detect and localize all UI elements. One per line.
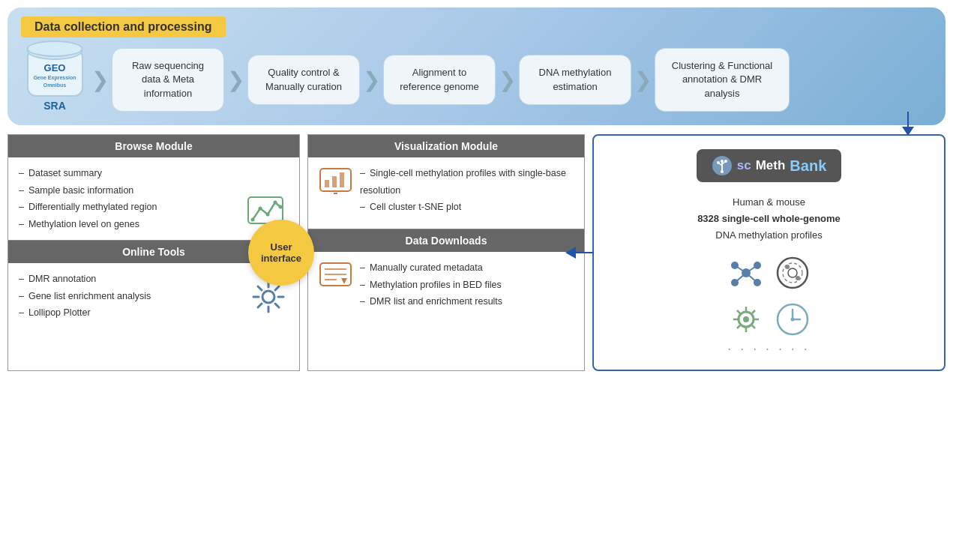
- tree-icon: [712, 155, 733, 176]
- data-downloads-title: Data Downloads: [406, 235, 487, 247]
- molecule-icon: [727, 254, 765, 292]
- svg-point-32: [721, 170, 724, 173]
- svg-line-53: [752, 325, 755, 328]
- qc-label: Quality control & Manually curation: [265, 67, 342, 91]
- svg-rect-17: [332, 176, 337, 187]
- ellipsis: · · · · · · ·: [728, 343, 811, 356]
- svg-line-54: [752, 310, 755, 313]
- svg-point-2: [259, 206, 262, 210]
- vis-item-1: Single-cell methylation profiles with si…: [360, 165, 574, 199]
- download-item-3: DMR list and enrichment results: [360, 293, 502, 310]
- svg-line-11: [258, 286, 262, 290]
- arrow-1: ❯: [91, 70, 109, 91]
- data-downloads-icon: [319, 259, 352, 299]
- qc-box: Quality control & Manually curation: [247, 55, 360, 104]
- geo-sra-node: GEO Gene Expression Omnibus SRA: [21, 48, 88, 112]
- meth-text: Meth: [756, 158, 786, 173]
- svg-point-5: [279, 205, 283, 208]
- tool-item-2: Gene list enrichment analysis: [19, 288, 289, 305]
- vis-item-2: Cell cluster t-SNE plot: [360, 199, 574, 216]
- arrow-5: ❯: [634, 70, 652, 91]
- visualization-module-title: Visualization Module: [394, 140, 498, 152]
- scmethbank-to-ui-arrow: [565, 247, 594, 259]
- arrow-4: ❯: [499, 70, 516, 91]
- bio-icons-grid: [727, 254, 811, 338]
- top-pipeline-section: Data collection and processing GEO Gene …: [7, 7, 946, 125]
- pipeline-down-arrow: [902, 112, 914, 136]
- dna-meth-box: DNA methylation estimation: [519, 55, 631, 104]
- browse-module-title: Browse Module: [115, 140, 192, 152]
- bank-text: Bank: [790, 157, 826, 175]
- svg-point-4: [274, 200, 277, 204]
- complex-gear-icon: [727, 301, 765, 338]
- vis-chart-icon: [319, 165, 352, 205]
- data-downloads-header: Data Downloads: [308, 229, 584, 252]
- svg-marker-24: [341, 278, 347, 284]
- scmethbank-desc: Human & mouse 8328 single-cell whole-gen…: [697, 194, 841, 244]
- svg-point-30: [724, 160, 727, 163]
- svg-line-41: [746, 273, 757, 283]
- download-item-1: Manually curated metadata: [360, 259, 502, 277]
- clock-icon: [774, 301, 811, 338]
- raw-seq-box: Raw sequencing data & Meta information: [112, 48, 224, 112]
- svg-point-60: [790, 318, 794, 322]
- browse-item-1: Dataset summary: [19, 165, 289, 182]
- sra-label: SRA: [43, 100, 66, 112]
- pipeline-row: GEO Gene Expression Omnibus SRA ❯ Raw se…: [21, 48, 932, 112]
- data-downloads-body: Manually curated metadata Methylation pr…: [308, 252, 584, 323]
- visualization-module-body: Single-cell methylation profiles with si…: [308, 157, 584, 229]
- scmethbank-logo: scMethBank: [697, 149, 842, 182]
- visualization-module-header: Visualization Module: [308, 135, 584, 157]
- svg-line-40: [735, 273, 746, 283]
- scmethbank-box: scMethBank Human & mouse 8328 single-cel…: [592, 134, 946, 371]
- clustering-label: Clustering & Functional annotation & DMR…: [672, 60, 772, 98]
- raw-seq-label: Raw sequencing data & Meta information: [132, 60, 204, 98]
- browse-module-header: Browse Module: [8, 135, 299, 157]
- arrow-2: ❯: [227, 70, 244, 91]
- svg-point-6: [262, 291, 274, 303]
- svg-point-31: [721, 160, 724, 163]
- clustering-box: Clustering & Functional annotation & DMR…: [655, 48, 790, 112]
- svg-line-13: [275, 286, 279, 290]
- user-interface-label: Userinterface: [261, 241, 301, 264]
- svg-point-46: [796, 276, 800, 280]
- svg-point-45: [785, 265, 790, 269]
- online-tools-title: Online Tools: [122, 246, 185, 258]
- svg-line-55: [737, 325, 740, 328]
- alignment-label: Alignment to reference genome: [400, 67, 479, 91]
- svg-point-56: [743, 316, 749, 322]
- section-title: Data collection and processing: [21, 16, 226, 37]
- svg-line-14: [258, 304, 262, 307]
- cell-icon: [774, 254, 811, 292]
- svg-point-3: [266, 212, 270, 216]
- svg-line-52: [737, 310, 740, 313]
- tool-item-3: Lollipop Plotter: [19, 304, 289, 322]
- user-interface-circle: Userinterface: [248, 220, 314, 286]
- alignment-box: Alignment to reference genome: [383, 55, 496, 104]
- svg-point-44: [788, 268, 797, 277]
- download-item-2: Methylation profiles in BED files: [360, 277, 502, 294]
- dna-meth-label: DNA methylation estimation: [539, 67, 612, 91]
- sc-text: sc: [737, 158, 751, 173]
- svg-point-29: [717, 161, 720, 164]
- arrow-3: ❯: [363, 70, 380, 91]
- svg-line-12: [275, 304, 279, 307]
- svg-rect-16: [325, 180, 329, 187]
- svg-rect-18: [340, 172, 344, 187]
- svg-point-42: [778, 258, 808, 288]
